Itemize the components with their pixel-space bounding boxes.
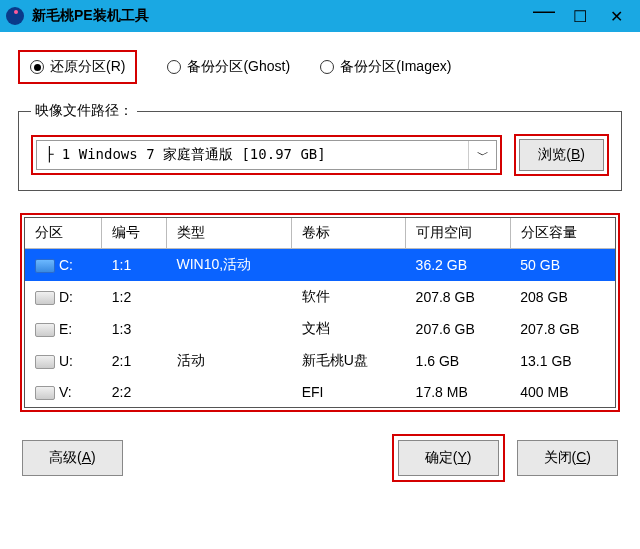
table-row[interactable]: E:1:3文档207.6 GB207.8 GB [25, 313, 615, 345]
radio-dot-icon [167, 60, 181, 74]
advanced-button[interactable]: 高级(A) [22, 440, 123, 476]
titlebar: 新毛桃PE装机工具 — ☐ ✕ [0, 0, 640, 32]
table-highlight: 分区 编号 类型 卷标 可用空间 分区容量 C:1:1WIN10,活动36.2 … [20, 213, 620, 412]
th-num[interactable]: 编号 [102, 218, 167, 249]
maximize-button[interactable]: ☐ [562, 0, 598, 32]
image-dropdown-value: ├ 1 Windows 7 家庭普通版 [10.97 GB] [37, 146, 468, 164]
window-title: 新毛桃PE装机工具 [32, 7, 526, 25]
th-type[interactable]: 类型 [167, 218, 292, 249]
browse-highlight: 浏览(B) [514, 134, 609, 176]
content-area: 还原分区(R) 备份分区(Ghost) 备份分区(Imagex) 映像文件路径：… [0, 32, 640, 412]
disk-icon [35, 386, 55, 400]
browse-button[interactable]: 浏览(B) [519, 139, 604, 171]
footer: 高级(A) 确定(Y) 关闭(C) [0, 412, 640, 504]
restore-radio[interactable]: 还原分区(R) [30, 58, 125, 76]
partition-table: 分区 编号 类型 卷标 可用空间 分区容量 C:1:1WIN10,活动36.2 … [25, 218, 615, 407]
backup-ghost-radio[interactable]: 备份分区(Ghost) [167, 58, 290, 76]
disk-icon [35, 291, 55, 305]
disk-icon [35, 259, 55, 273]
table-row[interactable]: V:2:2EFI17.8 MB400 MB [25, 377, 615, 407]
restore-label: 还原分区(R) [50, 58, 125, 76]
backup-imagex-label: 备份分区(Imagex) [340, 58, 451, 76]
table-header-row: 分区 编号 类型 卷标 可用空间 分区容量 [25, 218, 615, 249]
radio-dot-icon [320, 60, 334, 74]
image-path-fieldset: 映像文件路径： ├ 1 Windows 7 家庭普通版 [10.97 GB] ﹀… [18, 102, 622, 191]
backup-imagex-radio[interactable]: 备份分区(Imagex) [320, 58, 451, 76]
ok-highlight: 确定(Y) [392, 434, 505, 482]
th-size[interactable]: 分区容量 [510, 218, 615, 249]
disk-icon [35, 355, 55, 369]
th-part[interactable]: 分区 [25, 218, 102, 249]
mode-radio-row: 还原分区(R) 备份分区(Ghost) 备份分区(Imagex) [18, 50, 622, 84]
th-vol[interactable]: 卷标 [292, 218, 406, 249]
table-row[interactable]: C:1:1WIN10,活动36.2 GB50 GB [25, 249, 615, 282]
app-logo-icon [6, 7, 24, 25]
image-path-legend: 映像文件路径： [31, 102, 137, 120]
table-row[interactable]: U:2:1活动新毛桃U盘1.6 GB13.1 GB [25, 345, 615, 377]
minimize-button[interactable]: — [526, 0, 562, 27]
image-dropdown[interactable]: ├ 1 Windows 7 家庭普通版 [10.97 GB] ﹀ [36, 140, 497, 170]
chevron-down-icon: ﹀ [468, 141, 496, 169]
image-dropdown-highlight: ├ 1 Windows 7 家庭普通版 [10.97 GB] ﹀ [31, 135, 502, 175]
radio-dot-icon [30, 60, 44, 74]
ok-button[interactable]: 确定(Y) [398, 440, 499, 476]
table-row[interactable]: D:1:2软件207.8 GB208 GB [25, 281, 615, 313]
disk-icon [35, 323, 55, 337]
close-window-button[interactable]: ✕ [598, 0, 634, 32]
th-free[interactable]: 可用空间 [406, 218, 511, 249]
backup-ghost-label: 备份分区(Ghost) [187, 58, 290, 76]
close-button[interactable]: 关闭(C) [517, 440, 618, 476]
restore-highlight: 还原分区(R) [18, 50, 137, 84]
